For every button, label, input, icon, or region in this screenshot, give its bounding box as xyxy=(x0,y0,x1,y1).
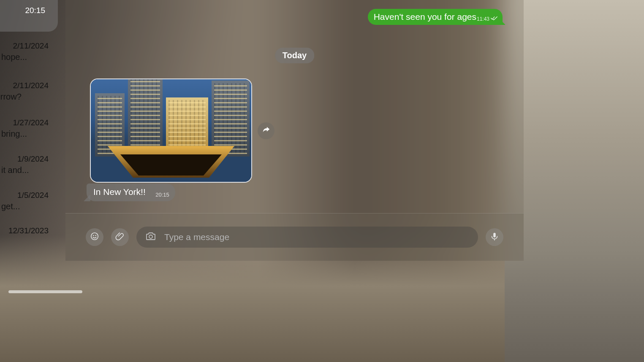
incoming-caption-text: In New York!! xyxy=(93,187,146,197)
emoji-button[interactable] xyxy=(86,228,103,246)
composer: Type a message xyxy=(65,213,524,261)
svg-rect-4 xyxy=(493,233,496,238)
sidebar-item[interactable]: 1/9/2024 it and... xyxy=(0,154,49,175)
read-checks-icon xyxy=(491,16,497,22)
sidebar-item[interactable]: 2/11/2024 morrow? xyxy=(0,81,49,102)
outgoing-message-time: 11:43 xyxy=(477,16,489,22)
sidebar-top-time: 20:15 xyxy=(25,6,45,15)
attach-button[interactable] xyxy=(111,228,129,246)
scroll-handle[interactable] xyxy=(8,290,82,293)
camera-icon xyxy=(146,232,156,243)
incoming-caption-bubble[interactable]: In New York!! 20:15 xyxy=(87,184,175,201)
sidebar-item[interactable]: 1/5/2024 get... xyxy=(0,191,49,211)
outgoing-message[interactable]: Haven't seen you for ages 11:43 xyxy=(368,9,503,25)
sidebar-item-date: 2/11/2024 xyxy=(0,81,49,90)
sidebar-item-date: 12/31/2023 xyxy=(0,226,49,235)
paperclip-icon xyxy=(115,232,125,243)
sidebar-item-date: 2/11/2024 xyxy=(0,41,49,51)
message-input-placeholder: Type a message xyxy=(164,232,229,242)
sidebar-item-preview: bring... xyxy=(0,129,49,139)
message-input[interactable]: Type a message xyxy=(136,227,478,248)
sidebar-item-date: 1/9/2024 xyxy=(0,154,49,164)
voice-button[interactable] xyxy=(486,228,503,246)
sidebar-item-preview: get... xyxy=(0,202,49,211)
sidebar-item-preview: it and... xyxy=(0,165,49,175)
sidebar-item-date: 1/27/2024 xyxy=(0,118,49,127)
svg-point-3 xyxy=(149,235,152,238)
share-button[interactable] xyxy=(258,122,274,139)
sidebar-item[interactable]: 2/11/2024 hope... xyxy=(0,41,49,62)
incoming-image-message[interactable] xyxy=(90,78,252,183)
message-image[interactable] xyxy=(90,78,252,183)
svg-point-1 xyxy=(93,235,94,236)
sidebar-selected-card[interactable] xyxy=(0,0,58,32)
svg-point-0 xyxy=(91,233,98,240)
sidebar-item-preview: hope... xyxy=(0,52,49,62)
chat-panel: Haven't seen you for ages 11:43 Today xyxy=(65,0,524,261)
share-icon xyxy=(261,125,271,136)
incoming-caption-time: 20:15 xyxy=(155,192,169,198)
emoji-icon xyxy=(90,232,99,243)
sidebar-item-preview: morrow? xyxy=(0,92,49,102)
microphone-icon xyxy=(490,232,499,243)
outgoing-message-text: Haven't seen you for ages xyxy=(374,12,476,22)
date-separator: Today xyxy=(275,48,314,63)
sidebar-item-date: 1/5/2024 xyxy=(0,191,49,200)
sidebar-item[interactable]: 1/27/2024 bring... xyxy=(0,118,49,139)
chat-list-sidebar: 20:15 2/11/2024 hope... 2/11/2024 morrow… xyxy=(0,0,65,261)
svg-point-2 xyxy=(95,235,96,236)
sidebar-item[interactable]: 12/31/2023 xyxy=(0,226,49,237)
